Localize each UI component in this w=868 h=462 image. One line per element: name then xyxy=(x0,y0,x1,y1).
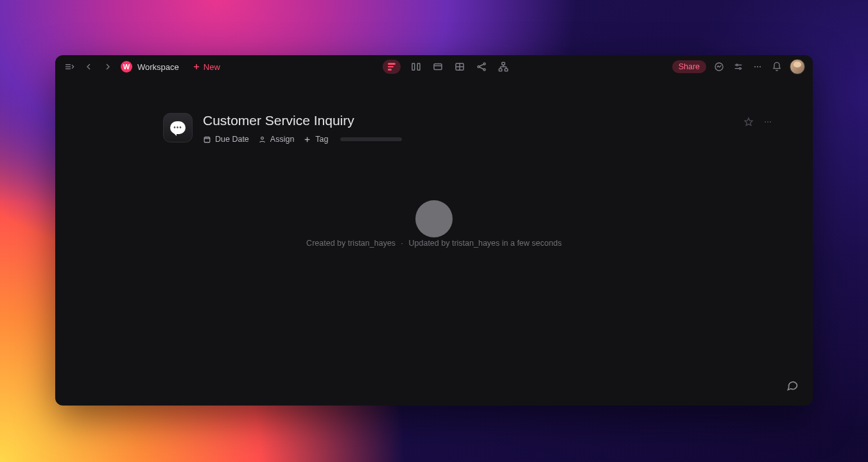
separator: · xyxy=(399,239,405,248)
svg-point-31 xyxy=(759,66,761,67)
more-button[interactable] xyxy=(751,60,764,73)
loading-spinner xyxy=(415,200,453,237)
sliders-button[interactable] xyxy=(732,60,745,73)
topbar-right: Share xyxy=(672,59,805,74)
svg-point-34 xyxy=(767,121,768,123)
view-switcher xyxy=(225,60,667,74)
notifications-button[interactable] xyxy=(770,60,783,73)
stack-view-button[interactable] xyxy=(431,60,444,73)
assign-button[interactable]: Assign xyxy=(258,135,295,144)
svg-rect-18 xyxy=(499,69,502,71)
due-date-button[interactable]: Due Date xyxy=(203,135,249,144)
svg-rect-6 xyxy=(417,64,420,71)
workspace-label[interactable]: Workspace xyxy=(137,62,179,72)
sidebar-toggle-icon[interactable] xyxy=(63,60,76,73)
svg-line-16 xyxy=(480,67,483,69)
back-button[interactable] xyxy=(82,60,95,73)
svg-point-33 xyxy=(765,121,766,123)
svg-point-35 xyxy=(770,121,771,123)
created-by-user: tristan_hayes xyxy=(348,239,395,248)
svg-rect-19 xyxy=(505,69,508,71)
doc-title[interactable]: Customer Service Inquiry xyxy=(203,113,402,128)
svg-point-29 xyxy=(754,66,756,67)
property-placeholder xyxy=(340,137,402,141)
doc-more-button[interactable] xyxy=(761,116,774,128)
doc-title-block: Customer Service Inquiry Due Date Assign… xyxy=(203,113,402,144)
svg-rect-36 xyxy=(204,137,210,142)
created-by-prefix: Created by xyxy=(306,239,348,248)
column-view-button[interactable] xyxy=(410,60,422,73)
updated-by-user: tristan_hayes xyxy=(452,239,499,248)
due-date-label: Due Date xyxy=(215,135,249,144)
doc-type-icon-container[interactable] xyxy=(163,113,193,142)
share-button[interactable]: Share xyxy=(672,60,706,73)
updated-by-prefix: Updated by xyxy=(409,239,452,248)
user-avatar[interactable] xyxy=(790,59,805,74)
topbar-left: W Workspace New xyxy=(63,60,220,73)
doc-properties-row: Due Date Assign Tag xyxy=(203,135,402,144)
doc-header-actions xyxy=(742,116,774,128)
forward-button[interactable] xyxy=(101,60,114,73)
favorite-star-button[interactable] xyxy=(742,116,755,128)
view-list-active[interactable] xyxy=(383,60,401,74)
workspace-chip[interactable]: W xyxy=(121,61,132,73)
new-button[interactable]: New xyxy=(192,62,220,72)
tag-label: Tag xyxy=(315,135,328,144)
svg-rect-7 xyxy=(434,64,442,70)
topbar: W Workspace New xyxy=(55,55,813,78)
svg-point-30 xyxy=(757,66,758,67)
assign-label: Assign xyxy=(270,135,295,144)
chat-bubble-icon xyxy=(170,121,186,134)
svg-rect-5 xyxy=(412,64,415,71)
doc-header: Customer Service Inquiry Due Date Assign… xyxy=(163,113,774,144)
svg-point-28 xyxy=(739,67,741,69)
app-window: W Workspace New xyxy=(55,55,813,406)
svg-point-12 xyxy=(478,66,480,68)
list-view-icon xyxy=(388,63,395,71)
doc-audit-line: Created by tristan_hayes · Updated by tr… xyxy=(306,239,562,248)
document-content: Customer Service Inquiry Due Date Assign… xyxy=(55,78,813,406)
svg-marker-32 xyxy=(745,118,752,125)
svg-rect-17 xyxy=(501,62,505,65)
svg-point-27 xyxy=(736,64,738,66)
svg-point-14 xyxy=(483,69,485,71)
share-nodes-button[interactable] xyxy=(475,60,488,73)
svg-line-15 xyxy=(480,64,483,66)
svg-point-13 xyxy=(483,63,485,65)
org-chart-button[interactable] xyxy=(497,60,510,73)
svg-point-40 xyxy=(261,137,263,139)
tag-button[interactable]: Tag xyxy=(303,135,328,144)
analytics-button[interactable] xyxy=(713,60,725,73)
new-button-label: New xyxy=(204,62,220,72)
table-view-button[interactable] xyxy=(453,60,466,73)
comments-button[interactable] xyxy=(786,379,799,391)
updated-suffix: in a few seconds xyxy=(499,239,562,248)
